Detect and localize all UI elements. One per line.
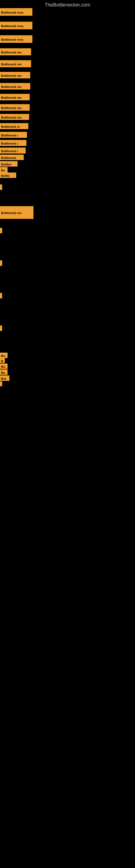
bar-label: Bottleneck resu: [0, 35, 32, 43]
bar-label: Bottleneck res: [0, 60, 31, 67]
bar-row: [0, 228, 2, 233]
bar-label: B: [0, 358, 5, 363]
bar-label: Bo: [0, 352, 8, 358]
bar-label: Bottleneck resu: [0, 8, 32, 16]
bar-label: Bottle: [0, 173, 16, 178]
bar-row: Bot: [0, 375, 9, 381]
bar-label: [0, 260, 2, 266]
bar-label: Bottleneck resu: [0, 22, 32, 29]
bar-label: Bottlen: [0, 161, 17, 166]
bar-row: Bottle: [0, 173, 16, 178]
bar-label: Bottleneck res: [0, 104, 30, 111]
bar-row: Bo: [0, 364, 8, 369]
bar-row: Bo: [0, 352, 8, 358]
bar-label: Bottleneck res: [0, 48, 31, 55]
bar-label: Bottleneck r: [0, 132, 27, 138]
bar-label: Bo: [0, 364, 8, 369]
bar-row: Bo: [0, 369, 8, 375]
bar-label: Bot: [0, 375, 9, 381]
bar-label: Bottleneck res: [0, 83, 30, 90]
bar-row: Bottleneck resu: [0, 22, 32, 29]
bar-label: [0, 381, 2, 386]
bar-row: Bottleneck resu: [0, 35, 32, 43]
bar-row: Bottleneck resu: [0, 8, 32, 16]
bar-row: Bottleneck r: [0, 148, 26, 154]
bar-label: Bottleneck res: [0, 114, 29, 120]
bar-row: Bottleneck res: [0, 72, 30, 79]
bar-label: Bottleneck res: [0, 94, 30, 100]
bar-row: [0, 260, 2, 266]
bar-label: Bottleneck: [0, 155, 24, 160]
bar-row: Bottleneck res: [0, 94, 30, 100]
bar-label: [0, 293, 2, 299]
bar-row: Bottlen: [0, 161, 17, 166]
bar-label: [0, 184, 2, 190]
bar-row: [0, 326, 2, 331]
bar-label: Bottleneck re: [0, 123, 28, 129]
bar-row: Bottleneck res: [0, 114, 29, 120]
bar-row: B: [0, 358, 5, 363]
bar-row: [0, 381, 2, 386]
bar-label: [0, 228, 2, 233]
bar-row: Bottleneck res: [0, 60, 31, 67]
bar-label: Bo: [0, 369, 8, 375]
bar-row: Bottleneck res: [0, 83, 30, 90]
bar-row: Bottleneck r: [0, 132, 27, 138]
bar-label: Bottleneck res: [0, 206, 34, 219]
bar-label: Bottleneck res: [0, 72, 30, 79]
bar-label: Bo: [0, 167, 8, 173]
bar-row: [0, 184, 2, 190]
bar-row: Bottleneck re: [0, 123, 28, 129]
bar-row: Bottleneck res: [0, 48, 31, 55]
bar-label: [0, 326, 2, 331]
bar-row: Bottleneck r: [0, 140, 27, 146]
bar-label: Bottleneck r: [0, 148, 26, 154]
bar-row: Bottleneck res: [0, 104, 30, 111]
bar-label: Bottleneck r: [0, 140, 27, 146]
bar-row: Bottleneck: [0, 155, 24, 160]
bar-row: Bo: [0, 167, 8, 173]
bar-row: Bottleneck res: [0, 206, 34, 219]
bar-row: [0, 293, 2, 299]
